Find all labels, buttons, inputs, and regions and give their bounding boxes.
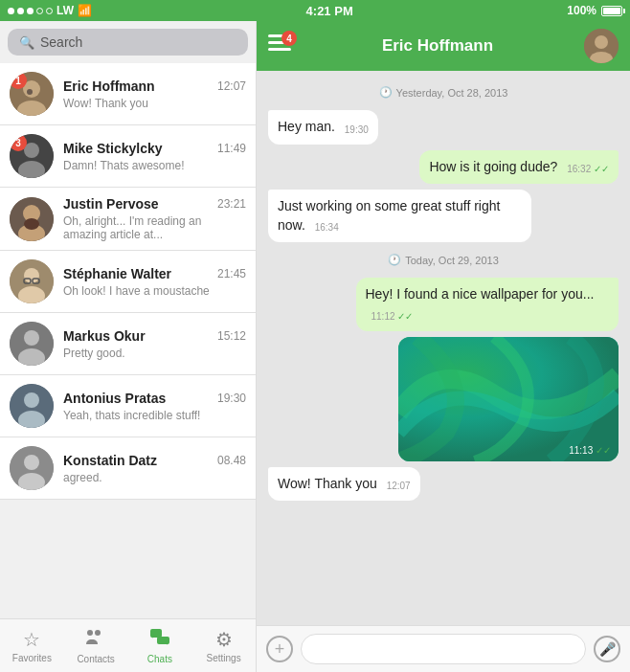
message-text: Hey! I found a nice wallpaper for you... [366, 286, 595, 302]
svg-point-10 [24, 218, 39, 230]
chat-info: Stéphanie Walter 21:45 Oh look! I have a… [63, 266, 246, 298]
chat-info: Justin Pervose 23:21 Oh, alright... I'm … [63, 196, 246, 241]
tab-contacts-label: Contacts [77, 654, 114, 664]
mic-button[interactable]: 🎤 [594, 636, 620, 662]
menu-wrap[interactable]: 4 [268, 34, 291, 57]
battery-label: 100% [567, 4, 596, 17]
message-text: Just working on some great stuff right n… [278, 198, 500, 233]
tab-favorites[interactable]: ☆ Favorites [0, 619, 64, 672]
status-right: 100% [567, 4, 622, 17]
right-panel: 4 Eric Hoffmann 🕐 Yesterday, Oct 28, 201… [257, 21, 630, 672]
message-row: Wow! Thank you 12:07 [268, 467, 619, 502]
dot-5 [46, 8, 53, 14]
wallpaper-svg [398, 337, 619, 461]
chat-name: Konstatin Datz [63, 453, 157, 468]
dot-2 [17, 8, 24, 14]
chat-time: 12:07 [217, 79, 246, 93]
tab-settings-label: Settings [207, 653, 241, 663]
favorites-icon: ☆ [23, 628, 40, 651]
chat-time: 15:12 [217, 329, 246, 343]
message-row: 11:13 ✓✓ [268, 337, 619, 461]
chat-item[interactable]: Konstatin Datz 08.48 agreed. [0, 437, 256, 500]
chat-name-row: Mike Stickylcky 11:49 [63, 141, 246, 156]
message-input[interactable] [301, 634, 586, 664]
svg-point-17 [24, 330, 39, 346]
avatar [10, 384, 54, 428]
svg-point-23 [24, 455, 39, 470]
signal-dots [8, 8, 53, 14]
svg-rect-26 [95, 630, 101, 636]
left-panel: 🔍 Search 1 Eric Hoffmann [0, 21, 257, 672]
message-row: Just working on some great stuff right n… [268, 190, 619, 242]
search-bar[interactable]: 🔍 Search [8, 29, 248, 56]
search-icon: 🔍 [19, 35, 34, 50]
chat-item[interactable]: Stéphanie Walter 21:45 Oh look! I have a… [0, 251, 256, 313]
chat-preview: Yeah, thats incredible stuff! [63, 409, 246, 422]
chat-info: Antonius Pratas 19:30 Yeah, thats incred… [63, 391, 246, 422]
checkmarks: ✓✓ [594, 164, 609, 174]
chat-item[interactable]: Markus Okur 15:12 Pretty good. [0, 313, 256, 375]
chat-item[interactable]: Justin Pervose 23:21 Oh, alright... I'm … [0, 188, 256, 251]
chat-name-row: Konstatin Datz 08.48 [63, 453, 246, 468]
message-text: Wow! Thank you [278, 476, 377, 491]
chat-name: Mike Stickylcky [63, 141, 163, 156]
image-content: 11:13 ✓✓ [398, 337, 619, 461]
image-time: 11:13 ✓✓ [569, 445, 611, 456]
avatar-svg-7 [10, 446, 54, 490]
chat-info: Eric Hoffmann 12:07 Wow! Thank you [63, 78, 246, 110]
menu-badge: 4 [281, 31, 297, 46]
image-bubble: 11:13 ✓✓ [398, 337, 619, 461]
avatar-svg-6 [10, 384, 54, 428]
message-time: 11:12 ✓✓ [371, 311, 414, 322]
clock-icon-2: 🕐 [388, 254, 401, 266]
chat-time: 23:21 [217, 197, 246, 211]
chat-time: 19:30 [217, 392, 246, 405]
search-label: Search [40, 34, 82, 50]
avatar [10, 446, 54, 490]
chat-time: 11:49 [217, 142, 246, 155]
avatar [10, 197, 54, 241]
chat-name-row: Justin Pervose 23:21 [63, 196, 246, 212]
chat-name: Justin Pervose [63, 196, 159, 212]
settings-icon: ⚙ [215, 628, 233, 651]
carrier-label: LW [56, 4, 74, 17]
chat-name: Stéphanie Walter [63, 266, 171, 281]
battery-fill [603, 8, 620, 14]
clock-icon: 🕐 [379, 86, 393, 99]
chat-name: Markus Okur [63, 328, 146, 344]
chat-info: Mike Stickylcky 11:49 Damn! Thats awesom… [63, 141, 246, 172]
date-label-1: Yesterday, Oct 28, 2013 [396, 87, 508, 99]
chat-preview: agreed. [63, 471, 246, 484]
date-divider-1: 🕐 Yesterday, Oct 28, 2013 [268, 86, 619, 99]
chat-item[interactable]: 3 Mike Stickylcky 11:49 Damn! Thats awes… [0, 125, 256, 188]
message-text: Hey man. [278, 119, 335, 134]
avatar: 3 [10, 134, 54, 178]
svg-point-20 [24, 392, 39, 408]
battery-icon [601, 6, 622, 16]
chat-preview: Pretty good. [63, 347, 246, 360]
plus-icon: + [275, 639, 285, 660]
mic-icon: 🎤 [599, 641, 616, 657]
add-button[interactable]: + [266, 636, 293, 662]
time-label: 4:21 PM [306, 4, 353, 18]
chat-item[interactable]: Antonius Pratas 19:30 Yeah, thats incred… [0, 375, 256, 437]
svg-point-3 [27, 89, 33, 95]
chat-info: Markus Okur 15:12 Pretty good. [63, 328, 246, 360]
avatar: 1 [10, 72, 54, 116]
tab-contacts[interactable]: Contacts [64, 619, 128, 672]
chat-time: 08.48 [217, 454, 246, 467]
message-time: 16:32 ✓✓ [567, 164, 609, 174]
chat-preview: Oh look! I have a moustache [63, 284, 246, 298]
message-bubble: Hey! I found a nice wallpaper for you...… [356, 278, 619, 330]
chat-preview: Damn! Thats awesome! [63, 159, 246, 172]
main-content: 🔍 Search 1 Eric Hoffmann [0, 21, 630, 672]
tab-chats[interactable]: Chats [128, 619, 192, 672]
chat-item[interactable]: 1 Eric Hoffmann 12:07 Wow! Thank you [0, 63, 256, 125]
svg-point-33 [595, 35, 608, 49]
chat-preview: Oh, alright... I'm reading an amazing ar… [63, 214, 246, 241]
chat-name: Antonius Pratas [63, 391, 166, 406]
tab-settings[interactable]: ⚙ Settings [191, 619, 256, 672]
message-row: How is it going dude? 16:32 ✓✓ [268, 150, 619, 185]
contacts-icon [85, 627, 106, 652]
svg-rect-25 [87, 630, 93, 636]
